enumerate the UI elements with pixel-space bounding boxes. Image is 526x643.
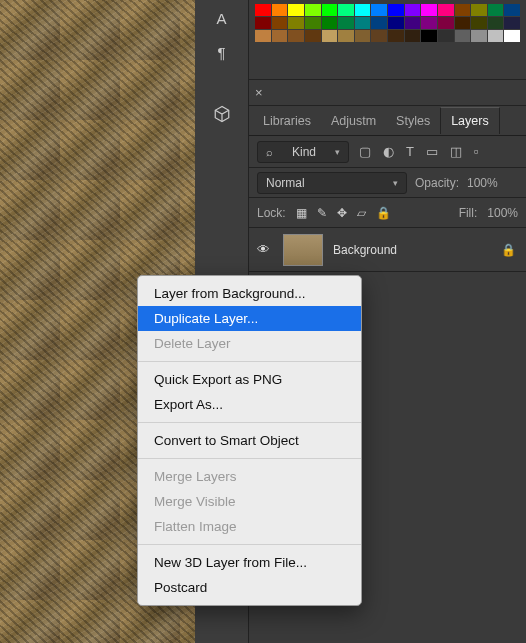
swatch[interactable]: [455, 4, 471, 16]
swatch[interactable]: [322, 30, 338, 42]
swatch[interactable]: [421, 30, 437, 42]
swatch[interactable]: [488, 17, 504, 29]
tab-libraries[interactable]: Libraries: [253, 108, 321, 134]
swatch[interactable]: [471, 4, 487, 16]
swatch[interactable]: [471, 17, 487, 29]
swatch[interactable]: [355, 30, 371, 42]
menu-separator: [138, 422, 361, 423]
swatch[interactable]: [488, 4, 504, 16]
chevron-down-icon: ▾: [393, 178, 398, 188]
fill-value[interactable]: 100%: [487, 206, 518, 220]
lock-option-icon[interactable]: ▦: [296, 206, 307, 220]
swatch[interactable]: [355, 17, 371, 29]
swatch[interactable]: [371, 17, 387, 29]
swatch[interactable]: [305, 17, 321, 29]
swatch[interactable]: [438, 30, 454, 42]
tab-adjustm[interactable]: Adjustm: [321, 108, 386, 134]
menu-item-layer-from-background[interactable]: Layer from Background...: [138, 281, 361, 306]
swatch[interactable]: [371, 4, 387, 16]
swatch[interactable]: [471, 30, 487, 42]
layer-filter-row: ⌕ Kind ▾ ▢◐T▭◫▫: [249, 136, 526, 168]
swatch[interactable]: [272, 30, 288, 42]
menu-item-postcard[interactable]: Postcard: [138, 575, 361, 600]
filter-type-icon[interactable]: T: [406, 144, 414, 159]
menu-separator: [138, 458, 361, 459]
panel-group-header: ×: [249, 80, 526, 106]
filter-type-icon[interactable]: ◐: [383, 144, 394, 159]
lock-option-icon[interactable]: ▱: [357, 206, 366, 220]
menu-item-export-as[interactable]: Export As...: [138, 392, 361, 417]
menu-item-new-3d-layer-from-file[interactable]: New 3D Layer from File...: [138, 550, 361, 575]
lock-option-icon[interactable]: 🔒: [376, 206, 391, 220]
swatch[interactable]: [455, 30, 471, 42]
swatch[interactable]: [355, 4, 371, 16]
tab-styles[interactable]: Styles: [386, 108, 440, 134]
swatch[interactable]: [421, 4, 437, 16]
lock-option-icon[interactable]: ✥: [337, 206, 347, 220]
swatch[interactable]: [305, 30, 321, 42]
swatch[interactable]: [288, 4, 304, 16]
swatch[interactable]: [405, 17, 421, 29]
filter-type-icon[interactable]: ▫: [474, 144, 479, 159]
swatch[interactable]: [255, 4, 271, 16]
panel-tabs: LibrariesAdjustmStylesLayers: [249, 106, 526, 136]
swatch[interactable]: [322, 17, 338, 29]
lock-label: Lock:: [257, 206, 286, 220]
opacity-value[interactable]: 100%: [467, 176, 498, 190]
swatch[interactable]: [455, 17, 471, 29]
filter-kind-select[interactable]: ⌕ Kind ▾: [257, 141, 349, 163]
swatch[interactable]: [388, 17, 404, 29]
swatch[interactable]: [288, 30, 304, 42]
menu-item-flatten-image: Flatten Image: [138, 514, 361, 539]
3d-panel-icon[interactable]: [205, 102, 239, 126]
blend-mode-value: Normal: [266, 176, 305, 190]
blend-mode-select[interactable]: Normal ▾: [257, 172, 407, 194]
swatch[interactable]: [405, 30, 421, 42]
swatch[interactable]: [504, 4, 520, 16]
swatch[interactable]: [388, 30, 404, 42]
close-panel-icon[interactable]: ×: [249, 85, 269, 100]
menu-item-merge-layers: Merge Layers: [138, 464, 361, 489]
filter-type-icon[interactable]: ▢: [359, 144, 371, 159]
swatch[interactable]: [338, 17, 354, 29]
swatch[interactable]: [371, 30, 387, 42]
swatch[interactable]: [322, 4, 338, 16]
swatch[interactable]: [421, 17, 437, 29]
swatch[interactable]: [272, 17, 288, 29]
swatch[interactable]: [438, 17, 454, 29]
swatch[interactable]: [405, 4, 421, 16]
lock-indicator-icon: 🔒: [501, 243, 516, 257]
menu-item-merge-visible: Merge Visible: [138, 489, 361, 514]
filter-type-icon[interactable]: ◫: [450, 144, 462, 159]
swatch[interactable]: [305, 4, 321, 16]
filter-type-icon[interactable]: ▭: [426, 144, 438, 159]
swatch[interactable]: [388, 4, 404, 16]
swatch[interactable]: [338, 4, 354, 16]
tab-layers[interactable]: Layers: [440, 107, 500, 134]
swatch[interactable]: [504, 30, 520, 42]
swatch[interactable]: [504, 17, 520, 29]
layer-name[interactable]: Background: [333, 243, 397, 257]
menu-separator: [138, 361, 361, 362]
menu-item-duplicate-layer[interactable]: Duplicate Layer...: [138, 306, 361, 331]
lock-row: Lock: ▦✎✥▱🔒 Fill: 100%: [249, 198, 526, 228]
swatches-panel: [249, 0, 526, 80]
type-tool-icon[interactable]: A: [205, 6, 239, 30]
swatch[interactable]: [338, 30, 354, 42]
opacity-label: Opacity:: [415, 176, 459, 190]
menu-item-convert-to-smart-object[interactable]: Convert to Smart Object: [138, 428, 361, 453]
blend-mode-row: Normal ▾ Opacity: 100%: [249, 168, 526, 198]
layer-row-background[interactable]: 👁 Background 🔒: [249, 228, 526, 272]
layer-thumbnail[interactable]: [283, 234, 323, 266]
swatch[interactable]: [488, 30, 504, 42]
paragraph-icon[interactable]: ¶: [205, 40, 239, 64]
lock-option-icon[interactable]: ✎: [317, 206, 327, 220]
swatch[interactable]: [255, 30, 271, 42]
swatch[interactable]: [272, 4, 288, 16]
swatch[interactable]: [438, 4, 454, 16]
visibility-toggle-icon[interactable]: 👁: [257, 242, 273, 257]
swatch[interactable]: [255, 17, 271, 29]
layer-context-menu: Layer from Background...Duplicate Layer.…: [137, 275, 362, 606]
swatch[interactable]: [288, 17, 304, 29]
menu-item-quick-export-as-png[interactable]: Quick Export as PNG: [138, 367, 361, 392]
